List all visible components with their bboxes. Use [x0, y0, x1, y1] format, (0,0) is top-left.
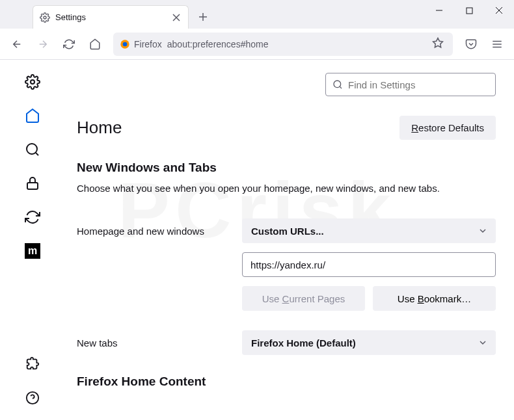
svg-point-0: [44, 16, 46, 19]
use-bookmark-button[interactable]: Use Bookmark…: [373, 286, 496, 311]
section-title: New Windows and Tabs: [77, 161, 496, 175]
find-in-settings[interactable]: [325, 73, 496, 96]
reload-icon: [63, 38, 75, 50]
new-tab-button[interactable]: [194, 8, 212, 26]
close-icon: [172, 14, 180, 21]
gear-icon: [25, 74, 40, 90]
plus-icon: [198, 12, 208, 21]
homepage-url-input[interactable]: [242, 252, 496, 277]
arrow-left-icon: [11, 38, 23, 50]
svg-point-9: [27, 144, 37, 154]
bookmark-star-button[interactable]: [429, 34, 446, 53]
tab-title: Settings: [55, 12, 86, 22]
close-window-button[interactable]: [484, 0, 514, 21]
lock-icon: [25, 176, 40, 191]
newtabs-select[interactable]: Firefox Home (Default): [242, 330, 496, 355]
maximize-button[interactable]: [454, 0, 484, 21]
sidebar-item-privacy[interactable]: [23, 174, 42, 192]
homepage-select[interactable]: Custom URLs...: [242, 218, 496, 243]
maximize-icon: [466, 7, 473, 14]
identity-box[interactable]: Firefox: [120, 39, 162, 49]
m-icon: m: [25, 243, 40, 259]
home-button[interactable]: [83, 33, 107, 56]
page-title: Home: [77, 118, 122, 138]
preferences-sidebar: m: [0, 60, 65, 420]
close-icon: [495, 7, 503, 14]
chevron-down-icon: [479, 226, 487, 237]
svg-line-10: [36, 153, 38, 155]
help-icon: [25, 391, 40, 405]
arrow-right-icon: [37, 38, 49, 50]
star-icon: [432, 37, 444, 49]
menu-button[interactable]: [485, 33, 509, 56]
firefox-icon: [120, 39, 130, 49]
home-icon: [25, 108, 40, 124]
hamburger-icon: [491, 38, 503, 50]
subsection-title: Firefox Home Content: [77, 374, 496, 389]
window-controls: [424, 0, 514, 29]
gear-icon: [40, 12, 50, 23]
sidebar-item-home[interactable]: [23, 107, 42, 125]
svg-point-8: [31, 80, 34, 84]
find-input[interactable]: [348, 79, 489, 90]
pocket-button[interactable]: [459, 33, 483, 56]
sidebar-item-help[interactable]: [23, 389, 42, 407]
sync-icon: [25, 209, 40, 225]
svg-point-3: [123, 42, 128, 46]
browser-toolbar: Firefox about:preferences#home: [0, 29, 514, 60]
forward-button[interactable]: [31, 33, 55, 56]
sidebar-item-extensions[interactable]: [23, 355, 42, 373]
restore-defaults-button[interactable]: Restore Defaults: [399, 116, 496, 140]
homepage-label: Homepage and new windows: [77, 226, 242, 237]
tab-close-button[interactable]: [171, 12, 182, 23]
window-titlebar: Settings: [0, 0, 514, 29]
browser-tab[interactable]: Settings: [33, 5, 189, 29]
svg-rect-1: [467, 8, 472, 14]
preferences-main: Home Restore Defaults New Windows and Ta…: [65, 60, 514, 420]
home-icon: [89, 38, 101, 50]
svg-marker-4: [433, 38, 443, 47]
sidebar-item-general[interactable]: [23, 73, 42, 91]
minimize-icon: [435, 7, 443, 14]
svg-point-14: [334, 81, 341, 88]
newtabs-select-value: Firefox Home (Default): [251, 337, 356, 348]
sidebar-item-more[interactable]: m: [23, 242, 42, 260]
section-description: Choose what you see when you open your h…: [77, 181, 496, 195]
search-icon: [332, 79, 343, 90]
search-icon: [25, 142, 40, 157]
chevron-down-icon: [479, 337, 487, 348]
puzzle-icon: [25, 357, 40, 371]
svg-rect-11: [27, 183, 38, 189]
back-button[interactable]: [5, 33, 29, 56]
svg-line-15: [340, 86, 342, 88]
identity-label: Firefox: [134, 39, 162, 49]
sidebar-item-search[interactable]: [23, 140, 42, 159]
url-text: about:preferences#home: [167, 39, 269, 49]
url-bar[interactable]: Firefox about:preferences#home: [113, 33, 453, 56]
sidebar-item-sync[interactable]: [23, 208, 42, 226]
homepage-select-value: Custom URLs...: [251, 226, 324, 237]
pocket-icon: [465, 38, 477, 50]
newtabs-label: New tabs: [77, 337, 242, 348]
reload-button[interactable]: [57, 33, 81, 56]
minimize-button[interactable]: [424, 0, 454, 21]
use-current-pages-button[interactable]: Use Current Pages: [242, 286, 365, 311]
